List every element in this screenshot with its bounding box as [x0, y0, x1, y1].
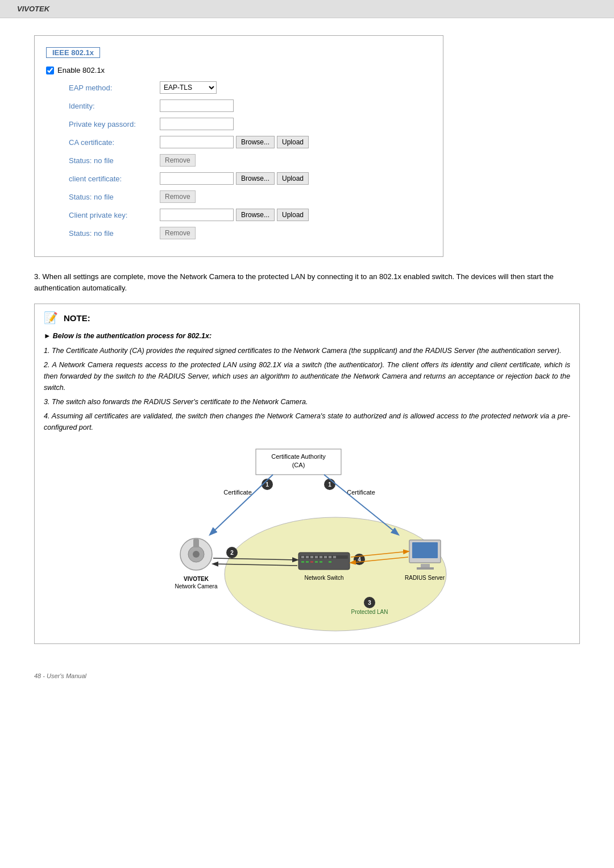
svg-rect-42	[417, 567, 434, 570]
svg-text:2: 2	[230, 550, 234, 556]
svg-rect-33	[315, 561, 318, 563]
svg-text:1: 1	[328, 481, 331, 488]
svg-text:VIVOTEK: VIVOTEK	[184, 576, 209, 582]
identity-row: Identity:	[46, 99, 426, 112]
private-key-row: Private key passord:	[46, 118, 426, 130]
svg-text:Certificate: Certificate	[223, 489, 252, 496]
note-icon: 📝	[44, 311, 58, 325]
client-cert-row: client certificate: Browse... Upload	[46, 172, 426, 185]
ca-cert-upload-button[interactable]: Upload	[277, 136, 309, 148]
identity-input[interactable]	[160, 99, 234, 112]
svg-rect-25	[315, 556, 318, 558]
client-cert-input[interactable]	[160, 172, 234, 185]
svg-line-10	[210, 475, 273, 534]
eap-method-select[interactable]: EAP-TLS PEAP	[160, 81, 217, 94]
main-content: IEEE 802.1x Enable 802.1x EAP method: EA…	[0, 18, 614, 667]
svg-text:Protected LAN: Protected LAN	[351, 609, 388, 615]
client-private-key-input[interactable]	[160, 209, 234, 221]
note-title: NOTE:	[64, 313, 90, 323]
ca-status-row: Status: no file Remove	[46, 154, 426, 167]
svg-rect-26	[320, 556, 322, 558]
ca-status-label: Status: no file	[69, 156, 160, 165]
svg-rect-40	[412, 542, 438, 558]
footer-text: 48 - User's Manual	[34, 672, 86, 679]
note-item-3: 3. The switch also forwards the RADIUS S…	[44, 396, 570, 408]
svg-text:1: 1	[265, 481, 269, 488]
diagram-svg: Certificate Authority (CA) 1 1 Certifica…	[44, 443, 570, 637]
client-cert-remove-button[interactable]: Remove	[160, 190, 196, 203]
ca-cert-browse-button[interactable]: Browse...	[236, 136, 275, 148]
svg-text:Network Switch: Network Switch	[305, 575, 344, 581]
svg-rect-22	[301, 556, 304, 558]
ca-remove-button[interactable]: Remove	[160, 154, 196, 167]
private-key-status-row: Status: no file Remove	[46, 227, 426, 239]
eap-method-row: EAP method: EAP-TLS PEAP	[46, 81, 426, 94]
enable-label: Enable 802.1x	[57, 66, 105, 74]
svg-rect-41	[421, 564, 430, 567]
svg-rect-35	[329, 561, 331, 563]
brand-text: VIVOTEK	[17, 5, 49, 13]
client-cert-label: client certificate:	[69, 175, 160, 183]
client-cert-upload-button[interactable]: Upload	[277, 172, 309, 185]
step3-text: 3. When all settings are complete, move …	[34, 271, 580, 293]
client-private-key-browse-button[interactable]: Browse...	[236, 209, 275, 221]
note-item-2: 2. A Network Camera requests access to t…	[44, 359, 570, 393]
diagram-container: Certificate Authority (CA) 1 1 Certifica…	[44, 443, 570, 637]
private-key-status-label: Status: no file	[69, 229, 160, 238]
svg-rect-15	[193, 539, 199, 547]
svg-text:Certificate Authority: Certificate Authority	[271, 453, 326, 460]
svg-rect-30	[301, 561, 304, 563]
svg-point-0	[225, 517, 446, 631]
ca-cert-input[interactable]	[160, 136, 234, 148]
svg-text:Network Camera: Network Camera	[175, 583, 217, 589]
svg-rect-32	[310, 561, 313, 563]
private-key-remove-button[interactable]: Remove	[160, 227, 196, 239]
client-cert-status-row: Status: no file Remove	[46, 190, 426, 203]
svg-rect-28	[329, 556, 331, 558]
note-content: ► Below is the authentication process fo…	[44, 330, 570, 637]
client-private-key-upload-button[interactable]: Upload	[277, 209, 309, 221]
svg-rect-24	[310, 556, 313, 558]
svg-text:Certificate: Certificate	[347, 489, 375, 496]
svg-rect-31	[306, 561, 309, 563]
note-box: 📝 NOTE: ► Below is the authentication pr…	[34, 304, 580, 644]
svg-point-14	[193, 551, 200, 558]
enable-checkbox[interactable]	[46, 67, 54, 74]
svg-rect-27	[324, 556, 327, 558]
svg-rect-34	[320, 561, 322, 563]
ca-cert-label: CA certificate:	[69, 138, 160, 147]
ca-cert-row: CA certificate: Browse... Upload	[46, 136, 426, 148]
client-cert-browse-button[interactable]: Browse...	[236, 172, 275, 185]
enable-row: Enable 802.1x	[46, 66, 426, 74]
svg-text:3: 3	[368, 600, 371, 606]
note-header: 📝 NOTE:	[44, 311, 570, 325]
client-private-key-label: Client private key:	[69, 211, 160, 219]
footer: 48 - User's Manual	[0, 667, 614, 685]
ieee-box: IEEE 802.1x Enable 802.1x EAP method: EA…	[34, 35, 443, 257]
private-key-input[interactable]	[160, 118, 234, 130]
svg-text:(CA): (CA)	[292, 462, 305, 468]
eap-method-label: EAP method:	[69, 84, 160, 92]
identity-label: Identity:	[69, 102, 160, 110]
header: VIVOTEK	[0, 0, 614, 18]
client-private-key-row: Client private key: Browse... Upload	[46, 209, 426, 221]
svg-rect-23	[306, 556, 309, 558]
note-item-4: 4. Assuming all certificates are validat…	[44, 410, 570, 433]
client-cert-status-label: Status: no file	[69, 193, 160, 201]
note-bullet-header: ► Below is the authentication process fo…	[44, 330, 570, 342]
svg-rect-29	[333, 556, 336, 558]
page: VIVOTEK IEEE 802.1x Enable 802.1x EAP me…	[0, 0, 614, 868]
private-key-label: Private key passord:	[69, 120, 160, 128]
svg-text:RADIUS Server: RADIUS Server	[405, 575, 445, 581]
note-item-1: 1. The Certificate Authority (CA) provid…	[44, 345, 570, 356]
ieee-title: IEEE 802.1x	[46, 47, 100, 58]
